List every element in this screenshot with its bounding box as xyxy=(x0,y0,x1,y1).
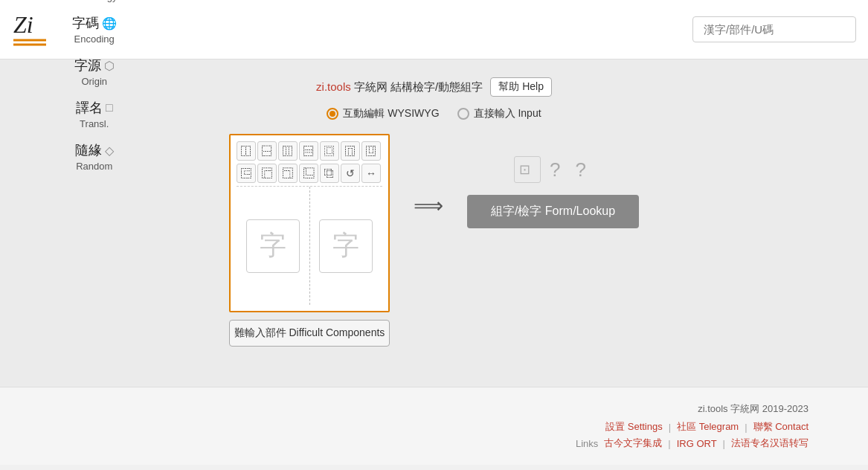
toolbar-btn-10[interactable]: ⿺ xyxy=(299,164,318,183)
toolbar-btn-3[interactable]: ⿳ xyxy=(299,141,318,161)
footer-links2: Links古今文字集成|IRG ORT|法语专名汉语转写 xyxy=(576,437,808,450)
footer-link2-0[interactable]: 古今文字集成 xyxy=(604,437,662,450)
nav-item-encoding[interactable]: 字碼 🌐 Encoding xyxy=(60,8,129,51)
nav-item-origin[interactable]: 字源 ⬡ Origin xyxy=(60,51,129,93)
result-q2: ? xyxy=(576,158,592,181)
nav-bar: 組字 ⊞ Compose 搜字 🔍 Search 字音 🔊 Phonology … xyxy=(60,0,129,178)
mode-wysiwyg[interactable]: 互動編輯 WYSIWYG xyxy=(327,107,439,120)
char-slot-right[interactable]: 字 xyxy=(319,219,373,273)
nav-item-transl[interactable]: 譯名 □ Transl. xyxy=(60,93,129,135)
radio-input-dot xyxy=(457,108,469,120)
compose-toolbar-top: ⿰⿱⿲⿳⿴⿵⿶ xyxy=(237,141,382,161)
toolbar-btn-13[interactable]: ↔ xyxy=(361,164,381,183)
main-content: zi.tools 字統网 結構檢字/動態組字 幫助 Help 互動編輯 WYSI… xyxy=(0,59,868,387)
footer-link-0[interactable]: 設置 Settings xyxy=(605,420,663,434)
footer-sep2-0: | xyxy=(668,438,670,449)
footer-sep-0: | xyxy=(669,422,671,433)
nav-zh-origin: 字源 ⬡ xyxy=(74,57,115,74)
mode-input[interactable]: 直接輸入 Input xyxy=(457,107,541,120)
result-chars: ⊡ ? ? xyxy=(514,156,592,183)
footer-sep2-1: | xyxy=(723,438,725,449)
result-area: ⊡ ? ? 組字/檢字 Form/Lookup xyxy=(467,156,639,228)
toolbar-btn-0[interactable]: ⿰ xyxy=(237,141,256,161)
footer-link-2[interactable]: 聯繫 Contact xyxy=(753,420,808,434)
footer: zi.tools 字統网 2019-2023 設置 Settings|社區 Te… xyxy=(0,387,868,465)
header: Zi 組字 ⊞ Compose 搜字 🔍 Search 字音 🔊 Phonolo… xyxy=(0,0,868,59)
toolbar-btn-7[interactable]: ⿷ xyxy=(237,164,256,183)
toolbar-btn-8[interactable]: ⿸ xyxy=(257,164,277,183)
help-button[interactable]: 幫助 Help xyxy=(490,77,552,97)
mode-selector: 互動編輯 WYSIWYG 直接輸入 Input xyxy=(327,107,541,120)
nav-item-random[interactable]: 隨緣 ◇ Random xyxy=(60,135,129,178)
logo[interactable]: Zi xyxy=(12,9,48,51)
toolbar-btn-11[interactable]: ⿻ xyxy=(320,164,339,183)
mode-wysiwyg-label: 互動編輯 WYSIWYG xyxy=(343,107,439,120)
nav-item-phonology[interactable]: 字音 🔊 Phonology xyxy=(60,0,129,8)
char-slot-left[interactable]: 字 xyxy=(246,219,300,273)
footer-links2-label: Links xyxy=(576,438,598,449)
radio-wysiwyg-dot xyxy=(327,108,338,120)
brand: zi.tools 字統网 結構檢字/動態組字 xyxy=(316,80,483,94)
footer-link2-2[interactable]: 法语专名汉语转写 xyxy=(731,437,808,450)
toolbar-btn-5[interactable]: ⿵ xyxy=(341,141,360,161)
toolbar-btn-9[interactable]: ⿹ xyxy=(278,164,298,183)
result-char-box-1: ⊡ xyxy=(514,156,541,183)
footer-copyright: zi.tools 字統网 2019-2023 xyxy=(698,402,808,416)
compose-area: ⿰⿱⿲⿳⿴⿵⿶ ⿷⿸⿹⿺⿻↺↔ 字 字 難輸入部件 Difficult Comp… xyxy=(229,134,639,347)
nav-zh-transl: 譯名 □ xyxy=(76,99,113,117)
nav-en-phonology: Phonology xyxy=(71,0,117,2)
tool-title: zi.tools 字統网 結構檢字/動態組字 幫助 Help xyxy=(316,77,552,97)
lookup-button[interactable]: 組字/檢字 Form/Lookup xyxy=(467,195,639,228)
footer-links: 設置 Settings|社區 Telegram|聯繫 Contact xyxy=(605,420,808,434)
nav-en-random: Random xyxy=(76,161,112,172)
nav-en-origin: Origin xyxy=(81,76,107,87)
footer-link-1[interactable]: 社區 Telegram xyxy=(677,420,739,434)
compose-canvas[interactable]: 字 字 xyxy=(237,186,382,305)
nav-zh-random: 隨緣 ◇ xyxy=(75,141,114,159)
difficult-components-button[interactable]: 難輸入部件 Difficult Components xyxy=(229,320,390,347)
svg-text:Zi: Zi xyxy=(13,11,33,38)
toolbar-btn-6[interactable]: ⿶ xyxy=(361,141,381,161)
toolbar-btn-1[interactable]: ⿱ xyxy=(257,141,277,161)
compose-toolbar-bottom: ⿷⿸⿹⿺⿻↺↔ xyxy=(237,164,382,183)
compose-arrow: ⟹ xyxy=(414,193,443,218)
nav-en-transl: Transl. xyxy=(80,118,109,129)
footer-link2-1[interactable]: IRG ORT xyxy=(677,438,717,449)
toolbar-btn-12[interactable]: ↺ xyxy=(341,164,360,183)
nav-en-encoding: Encoding xyxy=(74,33,115,45)
nav-zh-encoding: 字碼 🌐 xyxy=(72,14,117,32)
result-q1: ? xyxy=(550,158,566,181)
toolbar-btn-4[interactable]: ⿴ xyxy=(320,141,339,161)
compose-box: ⿰⿱⿲⿳⿴⿵⿶ ⿷⿸⿹⿺⿻↺↔ 字 字 xyxy=(229,134,390,312)
toolbar-btn-2[interactable]: ⿲ xyxy=(278,141,298,161)
mode-input-label: 直接輸入 Input xyxy=(474,107,541,120)
search-input[interactable] xyxy=(692,16,856,42)
footer-sep-1: | xyxy=(745,422,747,433)
